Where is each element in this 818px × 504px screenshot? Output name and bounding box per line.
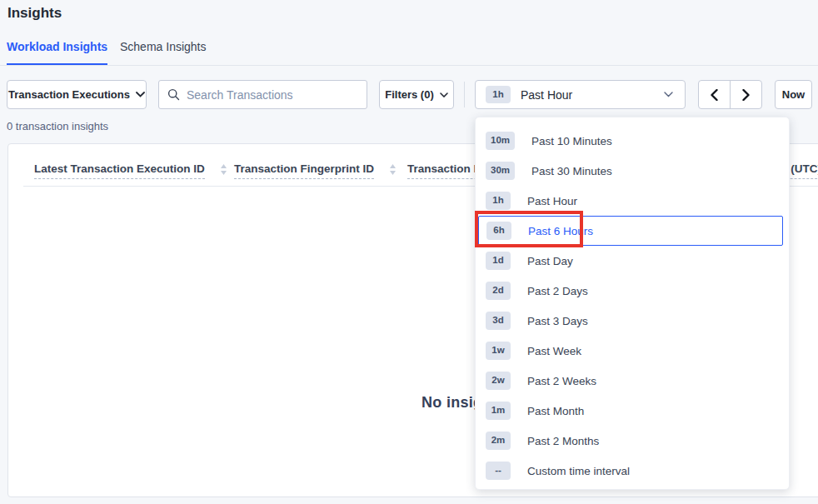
search-icon	[167, 88, 180, 101]
sort-icon[interactable]	[220, 163, 227, 176]
insights-count: 0 transaction insights	[7, 120, 108, 132]
time-option-past-3-days[interactable]: 3d Past 3 Days	[476, 306, 789, 336]
time-option-custom-time-interval[interactable]: -- Custom time interval	[476, 456, 789, 486]
column-header-transaction-fingerprint-id[interactable]: Transaction Fingerprint ID	[234, 162, 397, 179]
time-option-past-month[interactable]: 1m Past Month	[476, 396, 789, 426]
time-interval-picker[interactable]: 1h Past Hour	[475, 80, 686, 109]
search-input[interactable]	[187, 88, 358, 102]
time-interval-badge: 1h	[486, 86, 511, 104]
search-box[interactable]	[158, 80, 367, 109]
transaction-type-label: Transaction Executions	[8, 88, 130, 101]
time-option-past-2-weeks[interactable]: 2w Past 2 Weeks	[476, 366, 789, 396]
filters-button[interactable]: Filters (0)	[379, 80, 454, 109]
next-interval-button[interactable]	[731, 81, 762, 108]
now-button[interactable]: Now	[775, 80, 812, 109]
time-option-past-6-hours[interactable]: 6h Past 6 Hours	[478, 216, 783, 246]
time-option-past-week[interactable]: 1w Past Week	[476, 336, 789, 366]
filters-label: Filters (0)	[385, 88, 434, 101]
time-range-arrows	[698, 80, 762, 109]
tab-schema-insights[interactable]: Schema Insights	[120, 40, 207, 63]
column-header-latest-transaction-execution-id[interactable]: Latest Transaction Execution ID	[34, 162, 227, 179]
time-option-past-10-minutes[interactable]: 10m Past 10 Minutes	[476, 126, 789, 156]
time-option-past-30-minutes[interactable]: 30m Past 30 Minutes	[476, 156, 789, 186]
time-interval-dropdown: 10m Past 10 Minutes 30m Past 30 Minutes …	[475, 117, 790, 490]
time-option-past-2-months[interactable]: 2m Past 2 Months	[476, 426, 789, 456]
time-option-past-2-days[interactable]: 2d Past 2 Days	[476, 276, 789, 306]
previous-interval-button[interactable]	[699, 81, 731, 108]
chevron-down-icon	[440, 92, 448, 97]
time-option-past-day[interactable]: 1d Past Day	[476, 246, 789, 276]
time-interval-label: Past Hour	[521, 88, 572, 102]
sort-icon[interactable]	[389, 163, 397, 176]
chevron-down-icon	[136, 92, 145, 97]
tab-workload-insights[interactable]: Workload Insights	[7, 40, 107, 65]
page-title: Insights	[7, 5, 62, 22]
chevron-right-icon	[742, 89, 750, 101]
toolbar-divider	[464, 82, 465, 107]
now-label: Now	[782, 88, 805, 101]
tab-bar: Workload Insights Schema Insights	[0, 38, 818, 66]
chevron-left-icon	[711, 89, 718, 101]
chevron-down-icon	[664, 92, 673, 97]
time-option-past-hour[interactable]: 1h Past Hour	[476, 186, 789, 216]
transaction-type-select[interactable]: Transaction Executions	[7, 80, 147, 109]
